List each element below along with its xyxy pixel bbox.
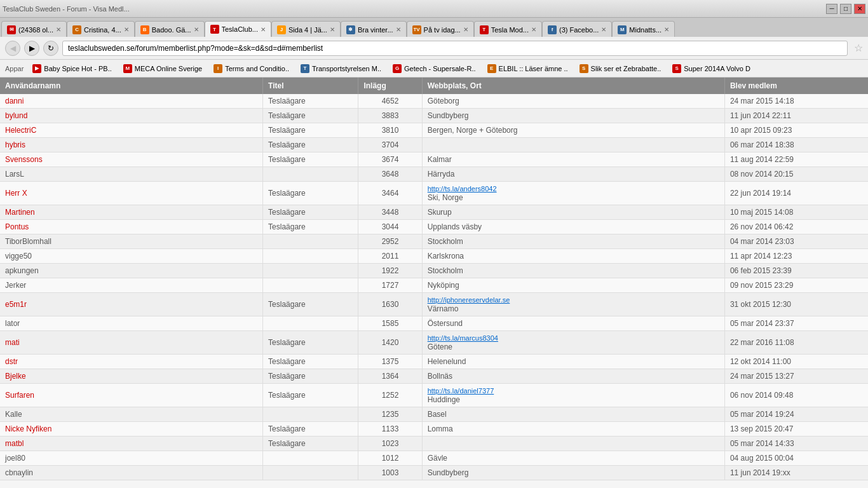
forward-button[interactable]: ▶	[24, 41, 39, 56]
browser-tab-tab8[interactable]: TTesla Mod...✕	[474, 21, 542, 37]
username-link[interactable]: matbl	[5, 439, 24, 448]
minimize-button[interactable]: ─	[826, 4, 837, 14]
browser-tab-tab2[interactable]: CCristina, 4...✕	[67, 21, 135, 37]
bookmark-b4[interactable]: TTransportstyrelsen M..	[295, 62, 386, 76]
browser-tab-tab6[interactable]: ❄Bra vinter...✕	[341, 21, 407, 37]
username-link[interactable]: Pontus	[5, 222, 29, 231]
browser-tab-tab10[interactable]: MMidnatts...✕	[612, 21, 675, 37]
username-link[interactable]: TiborBlomhall	[5, 237, 51, 246]
bookmark-label: Baby Spice Hot - PB..	[44, 65, 111, 72]
tab-close-button[interactable]: ✕	[601, 26, 606, 33]
browser-tab-tab7[interactable]: TVPå tv idag...✕	[407, 21, 474, 37]
bookmark-b5[interactable]: GGetech - Supersale-R..	[388, 62, 481, 76]
username-link[interactable]: e5m1r	[5, 300, 27, 309]
location-url-link[interactable]: http://iphonereservdelar.se	[428, 296, 510, 304]
join-date: 12 okt 2014 11:00	[724, 355, 868, 369]
back-button[interactable]: ◀	[5, 41, 20, 56]
tab-close-button[interactable]: ✕	[124, 26, 129, 33]
browser-tab-tab9[interactable]: f(3) Facebo...✕	[542, 21, 612, 37]
username-link[interactable]: Jerker	[5, 281, 26, 290]
browser-tab-tab5[interactable]: JSida 4 | Jä...✕	[271, 21, 341, 37]
username-link[interactable]: HelectriC	[5, 126, 36, 135]
username-link[interactable]: bylund	[5, 111, 27, 120]
bookmark-label: Transportstyrelsen M..	[312, 65, 381, 72]
username-link[interactable]: Kalle	[5, 410, 22, 419]
tab-close-button[interactable]: ✕	[396, 26, 401, 33]
member-title: Teslaägare	[263, 152, 358, 167]
tab-label: TeslaClub...	[222, 25, 258, 33]
tab-close-button[interactable]: ✕	[194, 26, 199, 33]
tab-favicon: ✉	[7, 25, 16, 34]
location-url-link[interactable]: http://ts.la/anders8042	[428, 185, 497, 193]
join-date: 22 jun 2014 19:14	[724, 182, 868, 205]
bookmark-b8[interactable]: SSuper 2014A Volvo D	[667, 62, 756, 76]
location: Kalmar	[422, 152, 724, 167]
username-link[interactable]: Bjelke	[5, 372, 26, 381]
member-title: Teslaägare	[263, 94, 358, 109]
username-link[interactable]: lator	[5, 319, 20, 328]
username-link[interactable]: cbnaylin	[5, 468, 33, 477]
close-button[interactable]: ✕	[854, 4, 865, 14]
browser-tab-tab1[interactable]: ✉(24368 ol...✕	[1, 21, 67, 37]
tab-close-button[interactable]: ✕	[261, 26, 266, 33]
bookmark-b2[interactable]: MMECA Online Sverige	[118, 62, 207, 76]
tab-close-button[interactable]: ✕	[531, 26, 536, 33]
member-title: Teslaägare	[263, 437, 358, 451]
tab-favicon: J	[277, 25, 286, 34]
post-count: 4652	[358, 94, 422, 109]
header-joined: Blev medlem	[724, 78, 868, 94]
member-title	[263, 234, 358, 249]
username-link[interactable]: joel80	[5, 454, 25, 463]
member-title	[263, 278, 358, 293]
username-link[interactable]: Martinen	[5, 208, 35, 217]
table-row: Kalle1235Basel05 mar 2014 19:24	[0, 407, 868, 422]
username-link[interactable]: Svenssons	[5, 155, 43, 164]
tab-close-button[interactable]: ✕	[56, 26, 61, 33]
username-link[interactable]: hybris	[5, 140, 25, 149]
address-bar[interactable]	[62, 41, 848, 56]
bookmark-b6[interactable]: EELBIL :: Läser ämne ..	[482, 62, 573, 76]
bookmark-b3[interactable]: ITerms and Conditio..	[208, 62, 294, 76]
location: Nyköping	[422, 278, 724, 293]
browser-tab-tab4[interactable]: TTeslaClub...✕	[205, 21, 271, 37]
table-row: dstrTeslaägare1375Helenelund12 okt 2014 …	[0, 355, 868, 369]
member-title: Teslaägare	[263, 293, 358, 316]
maximize-button[interactable]: □	[840, 4, 851, 14]
username-link[interactable]: mati	[5, 338, 20, 347]
username-link[interactable]: Surfaren	[5, 391, 34, 400]
join-date: 04 aug 2015 00:04	[724, 451, 868, 466]
location-url-link[interactable]: http://ts.la/marcus8304	[428, 334, 498, 342]
table-row: SurfarenTeslaägare1252http://ts.la/danie…	[0, 384, 868, 407]
username-link[interactable]: dstr	[5, 357, 18, 366]
apps-label: Appar	[5, 65, 24, 72]
bookmark-star[interactable]: ☆	[854, 42, 863, 54]
username-link[interactable]: danni	[5, 97, 24, 105]
join-date: 11 apr 2014 12:23	[724, 249, 868, 264]
tab-close-button[interactable]: ✕	[330, 26, 335, 33]
post-count: 3704	[358, 138, 422, 152]
bookmark-favicon: E	[487, 64, 496, 73]
join-date: 05 mar 2014 14:33	[724, 437, 868, 451]
member-title: Teslaägare	[263, 369, 358, 384]
tab-close-button[interactable]: ✕	[664, 26, 669, 33]
username-link[interactable]: LarsL	[5, 170, 24, 179]
username-link[interactable]: vigge50	[5, 252, 32, 261]
bookmark-label: Getech - Supersale-R..	[404, 65, 476, 72]
join-date: 11 jun 2014 19:xx	[724, 466, 868, 480]
browser-tab-tab3[interactable]: BBadoo. Gä...✕	[135, 21, 205, 37]
username-link[interactable]: Herr X	[5, 189, 27, 198]
page-content: Användarnamn Titel Inlägg Webbplats, Ort…	[0, 78, 868, 488]
bookmark-b1[interactable]: ▶Baby Spice Hot - PB..	[27, 62, 116, 76]
username-link[interactable]: Nicke Nyfiken	[5, 424, 51, 433]
tab-close-button[interactable]: ✕	[463, 26, 468, 33]
join-date: 10 maj 2015 14:08	[724, 205, 868, 220]
reload-button[interactable]: ↻	[43, 41, 58, 56]
window-controls: ─ □ ✕	[826, 4, 865, 14]
member-title: Teslaägare	[263, 123, 358, 138]
table-row: BjelkeTeslaägare1364Bollnäs24 mar 2015 1…	[0, 369, 868, 384]
join-date: 04 mar 2014 23:03	[724, 234, 868, 249]
username-link[interactable]: apkungen	[5, 266, 39, 275]
location-url-link[interactable]: http://ts.la/daniel7377	[428, 387, 494, 395]
bookmark-b7[interactable]: SSlik ser et Zebrabatte..	[574, 62, 667, 76]
location: http://iphonereservdelar.seVärnamo	[422, 293, 724, 316]
